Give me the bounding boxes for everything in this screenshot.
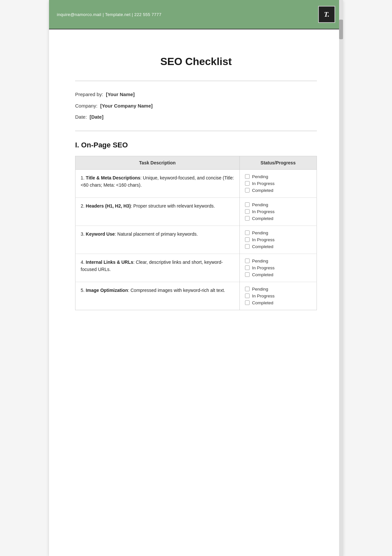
status-label: Completed xyxy=(252,216,273,221)
table-row: 4. Internal Links & URLs: Clear, descrip… xyxy=(75,254,317,282)
header-contact: inquire@namorco.mail | Template.net | 22… xyxy=(57,12,161,17)
checkbox-pending[interactable] xyxy=(245,174,250,179)
prepared-by-label: Prepared by: xyxy=(75,92,103,97)
status-option: Pending xyxy=(245,287,311,292)
date-row: Date: [Date] xyxy=(75,113,317,121)
checkbox-pending[interactable] xyxy=(245,202,250,207)
status-label: Completed xyxy=(252,300,273,305)
checkbox-completed[interactable] xyxy=(245,272,250,277)
status-label: In Progress xyxy=(252,265,275,270)
section-heading: I. On-Page SEO xyxy=(75,141,317,149)
table-row: 1. Title & Meta Descriptions: Unique, ke… xyxy=(75,169,317,197)
meta-section: Prepared by: [Your Name] Company: [Your … xyxy=(75,91,317,121)
date-value: [Date] xyxy=(90,114,104,120)
task-cell-1: 1. Title & Meta Descriptions: Unique, ke… xyxy=(75,169,240,197)
header-logo: T. xyxy=(318,6,335,23)
table-row: 2. Headers (H1, H2, H3): Proper structur… xyxy=(75,197,317,226)
section-on-page-seo: I. On-Page SEO Task Description Status/P… xyxy=(75,141,317,310)
scrollbar-track[interactable] xyxy=(339,0,343,556)
checkbox-pending[interactable] xyxy=(245,230,250,235)
scrollbar-thumb[interactable] xyxy=(339,20,343,39)
table-row: 5. Image Optimization: Compressed images… xyxy=(75,282,317,310)
checklist-table: Task Description Status/Progress 1. Titl… xyxy=(75,156,317,310)
status-label: In Progress xyxy=(252,209,275,214)
company-value: [Your Company Name] xyxy=(100,103,153,109)
task-cell-3: 3. Keyword Use: Natural placement of pri… xyxy=(75,226,240,254)
status-label: Pending xyxy=(252,230,269,235)
checkbox-in-progress[interactable] xyxy=(245,265,250,270)
status-option: In Progress xyxy=(245,181,311,186)
status-label: Completed xyxy=(252,188,273,193)
checkbox-completed[interactable] xyxy=(245,300,250,305)
status-option: Pending xyxy=(245,230,311,235)
company-row: Company: [Your Company Name] xyxy=(75,102,317,110)
status-label: In Progress xyxy=(252,181,275,186)
status-label: Completed xyxy=(252,272,273,277)
status-option: Pending xyxy=(245,202,311,207)
status-option: In Progress xyxy=(245,237,311,242)
status-option: Completed xyxy=(245,244,311,249)
prepared-by-row: Prepared by: [Your Name] xyxy=(75,91,317,98)
status-option: Completed xyxy=(245,300,311,305)
task-cell-2: 2. Headers (H1, H2, H3): Proper structur… xyxy=(75,197,240,226)
checkbox-in-progress[interactable] xyxy=(245,294,250,298)
date-label: Date: xyxy=(75,114,87,120)
status-label: In Progress xyxy=(252,294,275,298)
status-label: Pending xyxy=(252,259,269,263)
status-label: Pending xyxy=(252,202,269,207)
status-label: In Progress xyxy=(252,237,275,242)
table-header-row: Task Description Status/Progress xyxy=(75,156,317,169)
checkbox-pending[interactable] xyxy=(245,259,250,263)
table-row: 3. Keyword Use: Natural placement of pri… xyxy=(75,226,317,254)
status-label: Pending xyxy=(252,287,269,292)
status-cell-5: PendingIn ProgressCompleted xyxy=(239,282,317,310)
content-area: SEO Checklist Prepared by: [Your Name] C… xyxy=(49,29,343,330)
title-divider xyxy=(75,81,317,81)
col-task: Task Description xyxy=(75,156,240,169)
status-option: Completed xyxy=(245,216,311,221)
checkbox-completed[interactable] xyxy=(245,244,250,249)
status-option: Pending xyxy=(245,259,311,263)
status-label: Pending xyxy=(252,174,269,179)
status-option: In Progress xyxy=(245,209,311,214)
task-cell-5: 5. Image Optimization: Compressed images… xyxy=(75,282,240,310)
checkbox-completed[interactable] xyxy=(245,216,250,221)
status-option: Completed xyxy=(245,188,311,193)
document-title: SEO Checklist xyxy=(75,56,317,68)
checkbox-in-progress[interactable] xyxy=(245,237,250,242)
status-cell-3: PendingIn ProgressCompleted xyxy=(239,226,317,254)
col-status: Status/Progress xyxy=(239,156,317,169)
checkbox-in-progress[interactable] xyxy=(245,181,250,186)
status-label: Completed xyxy=(252,244,273,249)
status-option: In Progress xyxy=(245,265,311,270)
page: inquire@namorco.mail | Template.net | 22… xyxy=(49,0,343,556)
status-cell-4: PendingIn ProgressCompleted xyxy=(239,254,317,282)
checkbox-in-progress[interactable] xyxy=(245,209,250,214)
status-cell-1: PendingIn ProgressCompleted xyxy=(239,169,317,197)
meta-divider xyxy=(75,131,317,131)
checkbox-pending[interactable] xyxy=(245,287,250,291)
prepared-by-value: [Your Name] xyxy=(106,92,135,97)
status-option: Pending xyxy=(245,174,311,179)
checkbox-completed[interactable] xyxy=(245,188,250,193)
company-label: Company: xyxy=(75,103,97,109)
task-cell-4: 4. Internal Links & URLs: Clear, descrip… xyxy=(75,254,240,282)
status-cell-2: PendingIn ProgressCompleted xyxy=(239,197,317,226)
logo-text: T. xyxy=(324,10,330,19)
status-option: Completed xyxy=(245,272,311,277)
status-option: In Progress xyxy=(245,294,311,298)
header: inquire@namorco.mail | Template.net | 22… xyxy=(49,0,343,29)
